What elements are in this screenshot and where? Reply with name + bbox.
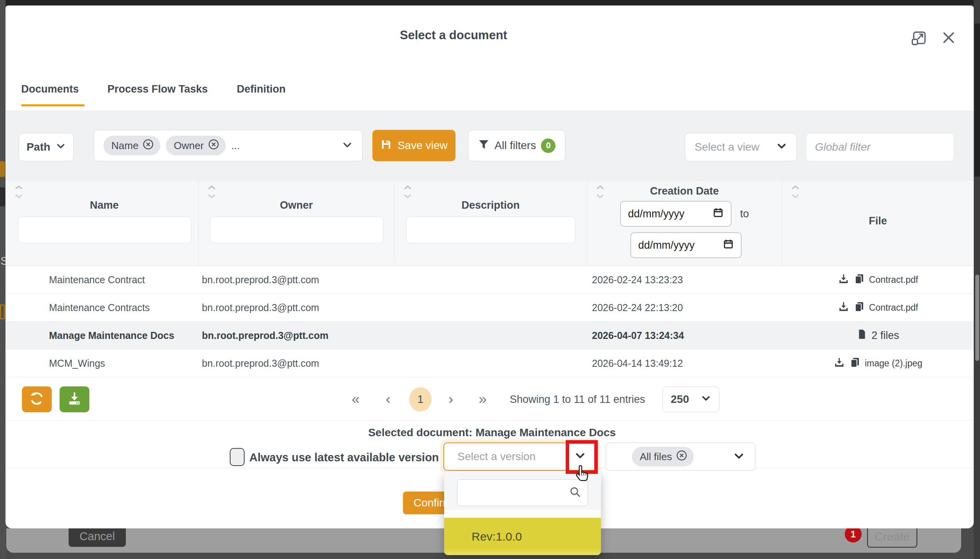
cell-name: Maintenance Contracts [49,294,198,322]
active-tab-underline [21,104,85,106]
filter-chip-owner[interactable]: Owner [166,136,226,155]
column-header-file[interactable]: File [782,215,974,227]
close-dialog-button[interactable] [940,30,957,47]
column-header-name[interactable]: Name [10,199,198,211]
screenshot-root: { "colors": { "accent_orange": "#E2941F"… [0,0,980,559]
file-name[interactable]: Contract.pdf [869,275,918,285]
download-file-icon[interactable] [838,273,849,287]
files-filter-dropdown[interactable]: All files [606,442,755,471]
table-row[interactable]: Maintenance Contracts bn.root.preprod.3@… [5,294,974,322]
all-files-chip-label: All files [640,451,672,463]
copy-file-icon[interactable] [849,357,861,371]
path-dropdown[interactable]: Path [19,133,74,161]
name-filter-input[interactable] [18,217,191,243]
cell-description [394,294,587,322]
calendar-icon[interactable] [713,207,724,221]
column-divider [198,181,199,266]
tab-definition[interactable]: Definition [237,83,285,95]
copy-file-icon[interactable] [853,301,865,315]
cell-file: image (2).jpeg [782,350,974,377]
background-sliver-outline [0,304,5,319]
description-filter-input[interactable] [406,217,575,243]
filter-chip-owner-label: Owner [174,140,204,152]
background-right-dark-area [975,24,980,177]
file-name[interactable]: Contract.pdf [869,302,918,313]
cell-creation-date: 2026-04-07 13:24:34 [592,322,780,350]
filter-chip-name[interactable]: Name [103,136,160,155]
funnel-icon [478,138,490,153]
save-view-label: Save view [397,139,448,152]
file-name[interactable]: image (2).jpeg [865,358,922,369]
download-file-icon[interactable] [838,301,849,315]
previous-page-button[interactable]: ‹ [386,388,390,410]
chevron-down-icon [56,141,66,154]
sort-control-file[interactable] [791,184,800,199]
scrollbar-thumb[interactable] [975,275,979,361]
creation-date-from-input[interactable]: dd/mm/yyyy [620,201,731,227]
always-latest-checkbox[interactable] [230,448,245,466]
cell-name: MCM_Wings [49,350,198,377]
filters-count-badge: 0 [541,138,555,153]
chevron-down-icon [701,393,711,406]
download-file-icon[interactable] [833,357,845,371]
column-header-description[interactable]: Description [394,199,587,211]
filter-chip-name-label: Name [111,140,138,152]
column-header-owner[interactable]: Owner [198,199,394,211]
creation-date-to-input[interactable]: dd/mm/yyyy [630,232,742,258]
path-dropdown-label: Path [27,141,51,153]
sort-asc-icon [14,184,24,190]
table-row[interactable]: MCM_Wings bn.root.preprod.3@ptt.com 2026… [5,350,974,377]
last-page-button[interactable]: » [479,388,487,410]
close-icon [941,30,956,47]
date-from-placeholder: dd/mm/yyyy [628,208,684,220]
global-filter-input[interactable] [806,133,954,161]
background-top-bar [0,0,980,5]
all-filters-button[interactable]: All filters 0 [468,130,565,161]
select-view-dropdown[interactable]: Select a view [685,133,797,161]
page-size-select[interactable]: 250 [662,386,719,412]
sort-control-owner[interactable] [207,184,216,199]
export-button[interactable] [60,386,89,412]
tab-documents[interactable]: Documents [21,83,79,95]
column-filters-multiselect[interactable]: Name Owner ... [94,130,363,161]
cell-file: Contract.pdf [782,294,974,322]
cancel-button[interactable]: Cancel [69,526,126,547]
calendar-icon[interactable] [723,239,734,252]
background-left-strip [0,0,5,559]
remove-chip-icon[interactable] [208,138,220,153]
column-header-creation-date[interactable]: Creation Date [587,185,782,197]
refresh-button[interactable] [22,386,52,412]
version-search-box[interactable] [457,479,588,506]
copy-file-icon[interactable] [853,273,865,287]
owner-filter-input[interactable] [210,217,383,243]
table-row-selected[interactable]: Manage Maintenance Docs bn.root.preprod.… [5,322,974,350]
refresh-icon [29,391,45,408]
sort-control-name[interactable] [14,184,24,199]
sort-control-description[interactable] [403,184,412,199]
date-range-separator: to [740,208,749,220]
version-option-rev-1-0-0[interactable]: Rev:1.0.0 [444,518,601,555]
file-count[interactable]: 2 files [871,330,899,342]
cell-file: Contract.pdf [782,266,974,294]
current-page-indicator[interactable]: 1 [409,387,432,412]
remove-chip-icon[interactable] [676,450,688,464]
cell-description [394,322,587,350]
remove-chip-icon[interactable] [142,138,154,153]
next-page-button[interactable]: › [448,388,453,410]
more-chips-ellipsis: ... [231,140,240,152]
version-select-placeholder: Select a version [457,450,535,463]
sort-desc-icon [14,193,24,199]
save-view-button[interactable]: Save view [372,130,456,161]
create-button[interactable]: Create [867,526,917,548]
version-search-input[interactable] [436,486,569,499]
cell-creation-date: 2026-04-14 13:49:12 [592,350,780,377]
expand-dialog-button[interactable] [910,30,927,47]
first-page-button[interactable]: « [352,388,360,410]
cell-owner: bn.root.preprod.3@ptt.com [202,322,390,350]
all-files-chip[interactable]: All files [632,447,694,466]
selected-document-label: Selected document: Manage Maintenance Do… [257,426,727,439]
save-icon [380,138,392,153]
tab-process-flow-tasks[interactable]: Process Flow Tasks [107,83,208,95]
table-row[interactable]: Maintenance Contract bn.root.preprod.3@p… [5,266,974,294]
cell-owner: bn.root.preprod.3@ptt.com [202,350,390,377]
